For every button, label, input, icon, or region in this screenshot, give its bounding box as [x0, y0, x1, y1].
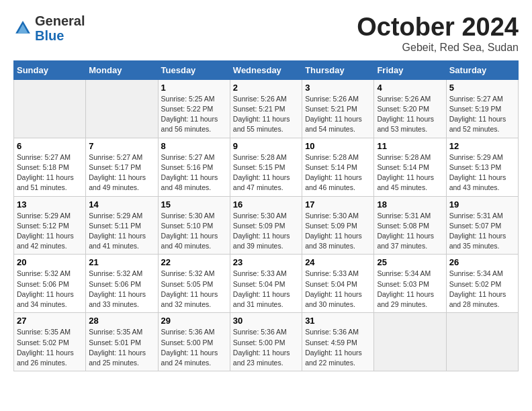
day-detail: Sunrise: 5:27 AMSunset: 5:19 PMDaylight:…: [449, 94, 515, 135]
calendar-cell: 15Sunrise: 5:30 AMSunset: 5:10 PMDayligh…: [158, 196, 230, 255]
day-detail: Sunrise: 5:26 AMSunset: 5:21 PMDaylight:…: [305, 94, 371, 135]
calendar-cell: 9Sunrise: 5:28 AMSunset: 5:15 PMDaylight…: [230, 138, 302, 196]
day-detail: Sunrise: 5:36 AMSunset: 5:00 PMDaylight:…: [161, 327, 227, 368]
day-detail: Sunrise: 5:32 AMSunset: 5:05 PMDaylight:…: [161, 269, 227, 310]
calendar-cell: 5Sunrise: 5:27 AMSunset: 5:19 PMDaylight…: [446, 79, 518, 138]
day-detail: Sunrise: 5:29 AMSunset: 5:12 PMDaylight:…: [17, 211, 83, 252]
day-number: 9: [233, 141, 299, 151]
day-number: 8: [161, 141, 227, 151]
day-number: 19: [449, 199, 515, 210]
logo: General Blue: [13, 13, 85, 43]
calendar-cell: 7Sunrise: 5:27 AMSunset: 5:17 PMDaylight…: [86, 138, 158, 196]
calendar-cell: 8Sunrise: 5:27 AMSunset: 5:16 PMDaylight…: [158, 138, 230, 196]
day-number: 20: [17, 257, 83, 267]
calendar-cell: 31Sunrise: 5:36 AMSunset: 4:59 PMDayligh…: [302, 313, 374, 371]
weekday-header-saturday: Saturday: [446, 60, 518, 79]
logo-icon: [13, 19, 32, 38]
logo-text: General Blue: [35, 13, 85, 43]
day-number: 29: [161, 316, 227, 326]
calendar-cell: 19Sunrise: 5:31 AMSunset: 5:07 PMDayligh…: [446, 196, 518, 255]
weekday-header-thursday: Thursday: [302, 60, 374, 79]
day-number: 31: [305, 316, 371, 326]
calendar-cell: [374, 313, 446, 371]
calendar-cell: 3Sunrise: 5:26 AMSunset: 5:21 PMDaylight…: [302, 79, 374, 138]
month-title: October 2024: [357, 13, 519, 42]
day-number: 2: [233, 83, 299, 93]
day-detail: Sunrise: 5:26 AMSunset: 5:20 PMDaylight:…: [377, 94, 443, 135]
day-number: 11: [377, 141, 443, 151]
calendar-cell: 22Sunrise: 5:32 AMSunset: 5:05 PMDayligh…: [158, 255, 230, 313]
day-number: 3: [305, 83, 371, 93]
day-detail: Sunrise: 5:33 AMSunset: 5:04 PMDaylight:…: [305, 269, 371, 310]
calendar-cell: 29Sunrise: 5:36 AMSunset: 5:00 PMDayligh…: [158, 313, 230, 371]
day-number: 12: [449, 141, 515, 151]
calendar-cell: 20Sunrise: 5:32 AMSunset: 5:06 PMDayligh…: [14, 255, 86, 313]
day-number: 27: [17, 316, 83, 326]
calendar-cell: [14, 79, 86, 138]
calendar-cell: [446, 313, 518, 371]
day-number: 6: [17, 141, 83, 151]
calendar-cell: 24Sunrise: 5:33 AMSunset: 5:04 PMDayligh…: [302, 255, 374, 313]
day-detail: Sunrise: 5:28 AMSunset: 5:14 PMDaylight:…: [377, 152, 443, 193]
day-number: 30: [233, 316, 299, 326]
day-detail: Sunrise: 5:36 AMSunset: 5:00 PMDaylight:…: [233, 327, 299, 368]
day-number: 4: [377, 83, 443, 93]
calendar-cell: 26Sunrise: 5:34 AMSunset: 5:02 PMDayligh…: [446, 255, 518, 313]
day-number: 5: [449, 83, 515, 93]
calendar-week-1: 1Sunrise: 5:25 AMSunset: 5:22 PMDaylight…: [14, 79, 519, 138]
calendar-week-2: 6Sunrise: 5:27 AMSunset: 5:18 PMDaylight…: [14, 138, 519, 196]
day-detail: Sunrise: 5:28 AMSunset: 5:15 PMDaylight:…: [233, 152, 299, 193]
calendar-table: SundayMondayTuesdayWednesdayThursdayFrid…: [13, 60, 519, 371]
day-detail: Sunrise: 5:27 AMSunset: 5:17 PMDaylight:…: [89, 152, 154, 193]
day-number: 24: [305, 257, 371, 267]
day-number: 17: [305, 199, 371, 210]
day-detail: Sunrise: 5:32 AMSunset: 5:06 PMDaylight:…: [17, 269, 83, 310]
calendar-week-3: 13Sunrise: 5:29 AMSunset: 5:12 PMDayligh…: [14, 196, 519, 255]
day-number: 1: [161, 83, 227, 93]
calendar-cell: 21Sunrise: 5:32 AMSunset: 5:06 PMDayligh…: [86, 255, 158, 313]
day-detail: Sunrise: 5:31 AMSunset: 5:07 PMDaylight:…: [449, 211, 515, 252]
day-number: 7: [89, 141, 154, 151]
day-detail: Sunrise: 5:29 AMSunset: 5:11 PMDaylight:…: [89, 211, 154, 252]
day-detail: Sunrise: 5:36 AMSunset: 4:59 PMDaylight:…: [305, 327, 371, 368]
day-detail: Sunrise: 5:30 AMSunset: 5:10 PMDaylight:…: [161, 211, 227, 252]
calendar-week-5: 27Sunrise: 5:35 AMSunset: 5:02 PMDayligh…: [14, 313, 519, 371]
calendar-cell: 12Sunrise: 5:29 AMSunset: 5:13 PMDayligh…: [446, 138, 518, 196]
calendar-cell: 17Sunrise: 5:30 AMSunset: 5:09 PMDayligh…: [302, 196, 374, 255]
calendar-cell: 11Sunrise: 5:28 AMSunset: 5:14 PMDayligh…: [374, 138, 446, 196]
calendar-cell: 23Sunrise: 5:33 AMSunset: 5:04 PMDayligh…: [230, 255, 302, 313]
day-detail: Sunrise: 5:28 AMSunset: 5:14 PMDaylight:…: [305, 152, 371, 193]
day-number: 22: [161, 257, 227, 267]
day-detail: Sunrise: 5:32 AMSunset: 5:06 PMDaylight:…: [89, 269, 154, 310]
weekday-header-wednesday: Wednesday: [230, 60, 302, 79]
calendar-cell: 13Sunrise: 5:29 AMSunset: 5:12 PMDayligh…: [14, 196, 86, 255]
weekday-header-sunday: Sunday: [14, 60, 86, 79]
day-number: 13: [17, 199, 83, 210]
day-number: 28: [89, 316, 154, 326]
calendar-cell: 16Sunrise: 5:30 AMSunset: 5:09 PMDayligh…: [230, 196, 302, 255]
calendar-cell: 4Sunrise: 5:26 AMSunset: 5:20 PMDaylight…: [374, 79, 446, 138]
day-detail: Sunrise: 5:30 AMSunset: 5:09 PMDaylight:…: [233, 211, 299, 252]
day-number: 26: [449, 257, 515, 267]
weekday-header-monday: Monday: [86, 60, 158, 79]
day-detail: Sunrise: 5:25 AMSunset: 5:22 PMDaylight:…: [161, 94, 227, 135]
calendar-cell: 18Sunrise: 5:31 AMSunset: 5:08 PMDayligh…: [374, 196, 446, 255]
calendar-cell: [86, 79, 158, 138]
weekday-header-friday: Friday: [374, 60, 446, 79]
calendar-cell: 6Sunrise: 5:27 AMSunset: 5:18 PMDaylight…: [14, 138, 86, 196]
day-detail: Sunrise: 5:35 AMSunset: 5:02 PMDaylight:…: [17, 327, 83, 368]
day-detail: Sunrise: 5:27 AMSunset: 5:16 PMDaylight:…: [161, 152, 227, 193]
day-number: 18: [377, 199, 443, 210]
day-number: 21: [89, 257, 154, 267]
day-detail: Sunrise: 5:35 AMSunset: 5:01 PMDaylight:…: [89, 327, 154, 368]
day-number: 10: [305, 141, 371, 151]
day-detail: Sunrise: 5:31 AMSunset: 5:08 PMDaylight:…: [377, 211, 443, 252]
day-detail: Sunrise: 5:27 AMSunset: 5:18 PMDaylight:…: [17, 152, 83, 193]
day-number: 15: [161, 199, 227, 210]
day-detail: Sunrise: 5:30 AMSunset: 5:09 PMDaylight:…: [305, 211, 371, 252]
calendar-cell: 2Sunrise: 5:26 AMSunset: 5:21 PMDaylight…: [230, 79, 302, 138]
title-block: October 2024 Gebeit, Red Sea, Sudan: [357, 13, 519, 54]
day-detail: Sunrise: 5:26 AMSunset: 5:21 PMDaylight:…: [233, 94, 299, 135]
day-number: 23: [233, 257, 299, 267]
page-header: General Blue October 2024 Gebeit, Red Se…: [13, 13, 519, 54]
